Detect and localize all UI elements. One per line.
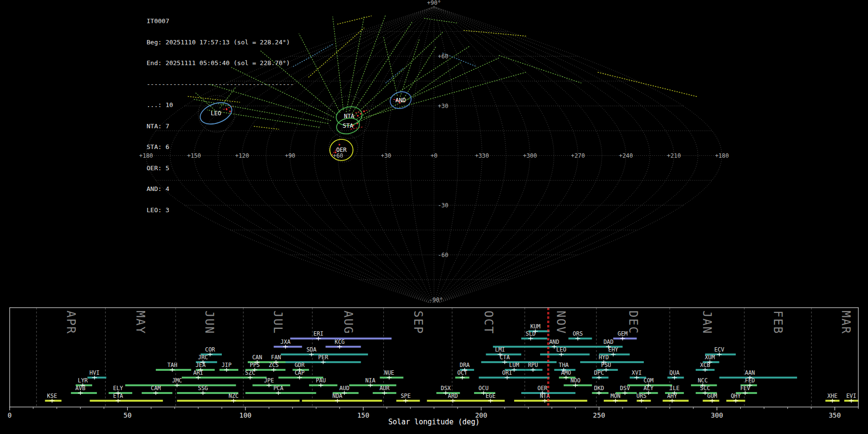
meteor-trail	[404, 46, 436, 98]
shower-code-HVI: HVI	[90, 369, 100, 376]
shower-code-JPE: JPE	[264, 377, 274, 384]
month-label: MAR	[839, 311, 853, 334]
shower-bar-AND	[493, 346, 601, 348]
activity-timeline-chart: Solar longitude (deg) APRMAYJUNJULAUGSEP…	[0, 303, 868, 434]
separator-line: ---------------------------------------	[147, 81, 294, 88]
shower-code-FEV: FEV	[740, 385, 750, 392]
month-label: AUG	[341, 311, 355, 334]
shower-code-ALY: ALY	[644, 385, 654, 392]
x-tick-label: 250	[593, 411, 605, 419]
shower-code-ILE: ILE	[669, 385, 679, 392]
shower-bar-NZC	[177, 400, 299, 402]
meteor-trail	[407, 63, 461, 99]
shower-code-URS: URS	[637, 393, 647, 399]
shower-code-CTA: CTA	[500, 354, 510, 361]
shower-bar-AAN	[719, 377, 797, 379]
pole-label-bottom: -90°	[429, 297, 443, 303]
shower-code-COR: COR	[205, 346, 215, 353]
shower-code-AHY: AHY	[667, 393, 677, 399]
shower-code-NZC: NZC	[229, 393, 239, 399]
month-label: OCT	[482, 311, 495, 334]
shower-code-MON: MON	[610, 393, 621, 399]
meteor-trail	[338, 16, 371, 24]
meteor-trail	[598, 72, 698, 97]
shower-bar-NTA	[514, 400, 587, 402]
shower-code-HYD: HYD	[599, 354, 609, 361]
radiant-dot	[360, 113, 361, 114]
shower-code-AUD: AUD	[339, 385, 350, 392]
shower-code-ZCS: ZCS	[269, 362, 279, 368]
meteor-trail	[400, 39, 420, 96]
shower-code-AMO: AMO	[561, 369, 571, 376]
shower-code-OCU: OCU	[478, 385, 488, 392]
count-leo: LEO: 3	[147, 207, 294, 214]
month-label: DEC	[626, 311, 640, 334]
shower-code-ECV: ECV	[714, 346, 724, 353]
meridian-line	[434, 7, 650, 303]
shower-bars: KUMERISLDORSGEMJXAKCGANDDADCORSDALMILEOE…	[45, 323, 858, 403]
shower-code-NUE: NUE	[384, 369, 394, 376]
shower-code-DSX: DSX	[441, 385, 451, 392]
month-label: FEB	[771, 311, 785, 334]
count-sporadic: ...: 10	[147, 102, 294, 109]
shower-bar-LEO	[540, 353, 590, 355]
shower-code-QUA: QUA	[669, 369, 679, 376]
lon-label: +270	[571, 152, 585, 159]
radiant-dot	[363, 110, 365, 112]
shower-code-OER: OER	[538, 385, 548, 392]
shower-code-ERI: ERI	[313, 330, 324, 337]
month-label: APR	[64, 311, 78, 334]
pole-label-top: +90°	[427, 0, 441, 6]
meteor-trail	[499, 55, 581, 83]
shower-code-PCA: PCA	[273, 385, 284, 392]
shower-bar-ETA	[90, 400, 163, 402]
shower-code-FED: FED	[745, 377, 755, 384]
count-nta: NTA: 7	[147, 123, 294, 130]
station-info-block: IT0007 Beg: 20251110 17:57:13 (sol = 228…	[147, 4, 294, 228]
shower-code-DKD: DKD	[594, 385, 604, 392]
x-axis-ticks	[10, 407, 858, 410]
shower-code-NIA: NIA	[366, 377, 376, 384]
lat-label: +30	[438, 103, 448, 109]
shower-code-KSE: KSE	[47, 393, 57, 399]
x-tick-label: 100	[239, 411, 251, 419]
shower-code-EHY: EHY	[608, 346, 618, 353]
lon-label: +330	[475, 152, 489, 159]
shower-bar-HYD	[580, 361, 644, 363]
shower-code-SPE: SPE	[401, 393, 411, 399]
lon-label: +30	[381, 152, 392, 159]
shower-code-DAD: DAD	[603, 339, 613, 345]
shower-bar-AHY	[663, 400, 689, 402]
shower-code-XHE: XHE	[827, 393, 838, 399]
begin-time: Beg: 20251110 17:57:13 (sol = 228.24°)	[147, 39, 294, 46]
meridian-line	[290, 7, 434, 303]
month-label: NOV	[554, 311, 568, 334]
shower-code-NTA: NTA	[540, 393, 550, 399]
shower-code-COM: COM	[644, 377, 654, 384]
x-axis-title: Solar longitude (deg)	[388, 418, 480, 426]
lon-label: +300	[523, 152, 537, 159]
meteor-trail	[424, 18, 458, 23]
shower-code-GUM: GUM	[707, 393, 718, 399]
shower-code-SDA: SDA	[306, 346, 316, 353]
shower-code-ARD: ARD	[448, 393, 458, 399]
shower-code-JMC: JMC	[172, 377, 182, 384]
shower-code-AND: AND	[549, 339, 559, 345]
shower-bar-ARI	[182, 377, 241, 379]
meridian-line	[434, 7, 674, 303]
shower-code-DPC: DPC	[594, 369, 604, 376]
shower-code-AAN: AAN	[745, 369, 755, 376]
shower-bar-NDA	[302, 400, 382, 402]
shower-code-TAH: TAH	[167, 362, 177, 368]
lat-label: -30	[438, 202, 448, 209]
lat-label: -60	[438, 252, 448, 258]
shower-code-ARI: ARI	[193, 369, 203, 376]
shower-code-QHY: QHY	[731, 393, 741, 399]
shower-code-XCB: XCB	[700, 362, 710, 368]
count-oer: OER: 5	[147, 165, 294, 172]
shower-bar-ORI	[479, 377, 550, 379]
meridian-line	[434, 7, 458, 303]
shower-code-PSU: PSU	[601, 362, 611, 368]
shower-code-JRC: JRC	[198, 354, 208, 361]
shower-code-RPU: RPU	[528, 362, 538, 368]
